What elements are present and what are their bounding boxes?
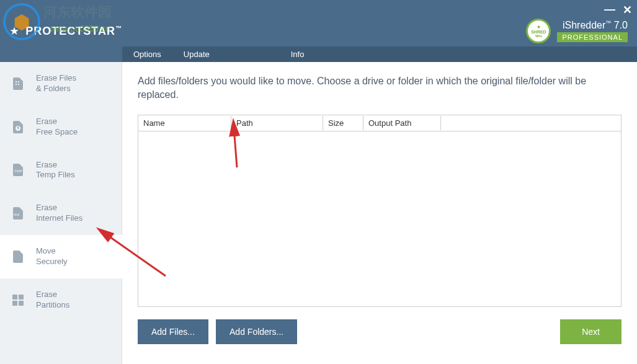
column-header-output[interactable]: Output Path [363,116,441,130]
svg-rect-2 [12,295,17,300]
file-html-icon: html [9,205,27,222]
product-edition: PROFESSIONAL [557,32,628,42]
window-controls: — ✕ [604,3,632,17]
svg-rect-5 [19,301,24,306]
main-area: Erase Files& Folders EraseFree Space TMP… [0,62,637,364]
partition-icon [9,291,27,309]
shred-badge-icon: ★ SHRED Win [526,19,551,43]
file-clock-icon [9,118,27,136]
sidebar-item-partitions[interactable]: ErasePartitions [0,278,122,322]
instruction-text: Add files/folders you would like to move… [138,74,621,102]
sidebar-item-label: ErasePartitions [36,290,69,311]
app-header: PROTECTSTAR™ — ✕ ★ SHRED Win iShredder™ … [0,0,637,62]
sidebar: Erase Files& Folders EraseFree Space TMP… [0,62,122,364]
sidebar-item-label: MoveSecurely [36,246,68,267]
sidebar-item-label: EraseInternet Files [36,203,82,224]
button-row: Add Files... Add Folders... Next [138,319,621,344]
sidebar-item-erase-files[interactable]: Erase Files& Folders [0,62,122,105]
menu-options[interactable]: Options [122,50,172,59]
brand-logo-area: PROTECTSTAR™ [0,19,122,43]
product-branding: ★ SHRED Win iShredder™ 7.0 PROFESSIONAL [526,19,628,43]
file-tmp-icon: TMP [9,161,27,179]
sidebar-item-temp-files[interactable]: TMP EraseTemp Files [0,149,122,192]
column-header-name[interactable]: Name [138,116,231,130]
column-header-path[interactable]: Path [231,116,323,130]
file-arrow-icon [9,248,27,265]
content-area: Add files/folders you would like to move… [122,62,637,364]
svg-rect-3 [19,295,24,300]
add-folders-button[interactable]: Add Folders... [216,319,297,344]
sidebar-item-move-securely[interactable]: MoveSecurely [0,235,122,278]
menu-info[interactable]: Info [280,50,316,59]
sidebar-item-label: EraseTemp Files [36,160,75,181]
file-dots-icon [9,75,27,92]
svg-text:TMP: TMP [14,169,22,173]
file-table: Name Path Size Output Path [138,115,621,307]
column-header-empty [441,120,621,125]
sidebar-item-label: EraseFree Space [36,117,78,138]
sidebar-item-internet-files[interactable]: html EraseInternet Files [0,192,122,235]
product-name: iShredder™ 7.0 [557,20,628,31]
brand-name: PROTECTSTAR™ [25,25,122,38]
protectstar-logo-icon [9,19,19,43]
close-button[interactable]: ✕ [623,3,632,17]
menu-bar: Options Update Info [122,47,637,62]
sidebar-item-label: Erase Files& Folders [36,73,76,94]
menu-update[interactable]: Update [172,50,221,59]
sidebar-item-free-space[interactable]: EraseFree Space [0,105,122,149]
svg-text:html: html [14,213,19,216]
table-header: Name Path Size Output Path [138,115,621,131]
add-files-button[interactable]: Add Files... [138,319,208,344]
minimize-button[interactable]: — [604,3,615,17]
next-button[interactable]: Next [560,319,621,344]
svg-rect-4 [12,301,17,306]
column-header-size[interactable]: Size [323,116,363,130]
